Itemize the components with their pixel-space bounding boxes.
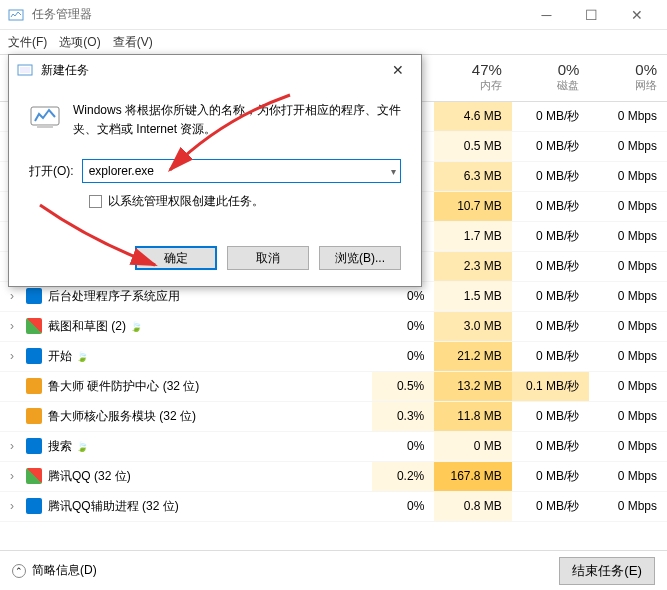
cell-disk: 0 MB/秒: [512, 191, 590, 221]
cell-net: 0 Mbps: [589, 311, 667, 341]
cell-net: 0 Mbps: [589, 251, 667, 281]
expand-icon[interactable]: ›: [10, 289, 22, 303]
cell-net: 0 Mbps: [589, 341, 667, 371]
leaf-icon: 🍃: [130, 321, 142, 332]
table-row[interactable]: 鲁大师核心服务模块 (32 位)0.3%11.8 MB0 MB/秒0 Mbps: [0, 401, 667, 431]
cell-net: 0 Mbps: [589, 131, 667, 161]
cell-disk: 0 MB/秒: [512, 341, 590, 371]
cell-mem: 6.3 MB: [434, 161, 512, 191]
process-icon: [26, 498, 42, 514]
cell-pct: 0%: [372, 341, 434, 371]
cell-mem: 3.0 MB: [434, 311, 512, 341]
cell-net: 0 Mbps: [589, 101, 667, 131]
table-row[interactable]: ›截图和草图 (2)🍃0%3.0 MB0 MB/秒0 Mbps: [0, 311, 667, 341]
menu-options[interactable]: 选项(O): [59, 34, 100, 51]
end-task-button[interactable]: 结束任务(E): [559, 557, 655, 585]
process-icon: [26, 438, 42, 454]
cell-mem: 1.5 MB: [434, 281, 512, 311]
leaf-icon: 🍃: [76, 441, 88, 452]
expand-icon[interactable]: ›: [10, 319, 22, 333]
expand-icon[interactable]: ›: [10, 469, 22, 483]
cell-disk: 0 MB/秒: [512, 161, 590, 191]
taskmgr-icon: [8, 7, 24, 23]
menubar: 文件(F) 选项(O) 查看(V): [0, 30, 667, 54]
chevron-up-icon: ⌃: [12, 564, 26, 578]
table-row[interactable]: ›腾讯QQ辅助进程 (32 位)0%0.8 MB0 MB/秒0 Mbps: [0, 491, 667, 521]
cell-net: 0 Mbps: [589, 431, 667, 461]
process-icon: [26, 348, 42, 364]
admin-checkbox[interactable]: [89, 195, 102, 208]
dialog-title: 新建任务: [41, 62, 383, 79]
menu-view[interactable]: 查看(V): [113, 34, 153, 51]
process-icon: [26, 288, 42, 304]
table-row[interactable]: ›腾讯QQ (32 位)0.2%167.8 MB0 MB/秒0 Mbps: [0, 461, 667, 491]
cell-disk: 0 MB/秒: [512, 251, 590, 281]
cell-net: 0 Mbps: [589, 161, 667, 191]
cell-pct: 0%: [372, 311, 434, 341]
col-memory[interactable]: 47%内存: [434, 55, 512, 101]
col-disk[interactable]: 0%磁盘: [512, 55, 590, 101]
cell-mem: 21.2 MB: [434, 341, 512, 371]
process-icon: [26, 318, 42, 334]
cell-disk: 0 MB/秒: [512, 401, 590, 431]
cell-mem: 11.8 MB: [434, 401, 512, 431]
table-row[interactable]: ›搜索🍃0%0 MB0 MB/秒0 Mbps: [0, 431, 667, 461]
cell-pct: 0.3%: [372, 401, 434, 431]
titlebar: 任务管理器 ─ ☐ ✕: [0, 0, 667, 30]
cell-pct: 0%: [372, 431, 434, 461]
process-name: 截图和草图 (2): [48, 319, 126, 333]
process-name: 开始: [48, 349, 72, 363]
run-icon: [29, 101, 61, 133]
cell-mem: 0.8 MB: [434, 491, 512, 521]
brief-info-toggle[interactable]: ⌃ 简略信息(D): [12, 562, 97, 579]
process-name: 腾讯QQ (32 位): [48, 469, 131, 483]
close-button[interactable]: ✕: [614, 0, 659, 30]
process-icon: [26, 468, 42, 484]
expand-icon[interactable]: ›: [10, 439, 22, 453]
minimize-button[interactable]: ─: [524, 0, 569, 30]
dialog-close-button[interactable]: ✕: [383, 62, 413, 78]
process-name: 腾讯QQ辅助进程 (32 位): [48, 499, 179, 513]
cell-disk: 0 MB/秒: [512, 101, 590, 131]
table-row[interactable]: 鲁大师 硬件防护中心 (32 位)0.5%13.2 MB0.1 MB/秒0 Mb…: [0, 371, 667, 401]
cell-disk: 0 MB/秒: [512, 311, 590, 341]
chevron-down-icon: ▾: [391, 166, 396, 177]
col-network[interactable]: 0%网络: [589, 55, 667, 101]
run-dialog: 新建任务 ✕ Windows 将根据你所键入的名称，为你打开相应的程序、文件夹、…: [8, 54, 422, 287]
cell-mem: 0 MB: [434, 431, 512, 461]
cell-net: 0 Mbps: [589, 461, 667, 491]
cell-mem: 1.7 MB: [434, 221, 512, 251]
menu-file[interactable]: 文件(F): [8, 34, 47, 51]
browse-button[interactable]: 浏览(B)...: [319, 246, 401, 270]
cell-mem: 10.7 MB: [434, 191, 512, 221]
statusbar: ⌃ 简略信息(D) 结束任务(E): [0, 550, 667, 590]
cell-net: 0 Mbps: [589, 491, 667, 521]
process-name: 后台处理程序子系统应用: [48, 289, 180, 303]
cell-disk: 0.1 MB/秒: [512, 371, 590, 401]
cell-mem: 0.5 MB: [434, 131, 512, 161]
cell-pct: 0.5%: [372, 371, 434, 401]
expand-icon[interactable]: ›: [10, 349, 22, 363]
run-icon-small: [17, 62, 33, 78]
cell-disk: 0 MB/秒: [512, 221, 590, 251]
cell-net: 0 Mbps: [589, 221, 667, 251]
process-icon: [26, 378, 42, 394]
cell-net: 0 Mbps: [589, 401, 667, 431]
maximize-button[interactable]: ☐: [569, 0, 614, 30]
open-value: explorer.exe: [89, 164, 154, 178]
cell-mem: 167.8 MB: [434, 461, 512, 491]
ok-button[interactable]: 确定: [135, 246, 217, 270]
cell-mem: 13.2 MB: [434, 371, 512, 401]
cell-mem: 2.3 MB: [434, 251, 512, 281]
table-row[interactable]: ›开始🍃0%21.2 MB0 MB/秒0 Mbps: [0, 341, 667, 371]
cancel-button[interactable]: 取消: [227, 246, 309, 270]
cell-disk: 0 MB/秒: [512, 461, 590, 491]
app-title: 任务管理器: [32, 6, 524, 23]
svg-rect-4: [37, 125, 53, 128]
leaf-icon: 🍃: [76, 351, 88, 362]
process-name: 鲁大师 硬件防护中心 (32 位): [48, 379, 199, 393]
open-combobox[interactable]: explorer.exe ▾: [82, 159, 401, 183]
expand-icon[interactable]: ›: [10, 499, 22, 513]
process-icon: [26, 408, 42, 424]
dialog-titlebar: 新建任务 ✕: [9, 55, 421, 85]
